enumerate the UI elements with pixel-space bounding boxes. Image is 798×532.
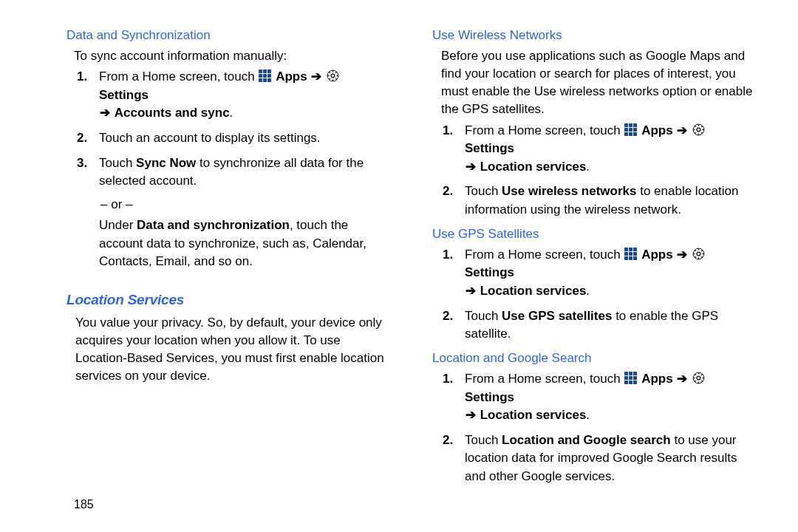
or-separator: – or –: [100, 197, 389, 212]
arrow-icon: ➔: [310, 69, 322, 83]
label-settings: Settings: [99, 88, 149, 102]
step1-text: From a Home screen, touch: [99, 69, 258, 83]
label-accounts-sync: Accounts and sync: [115, 106, 230, 120]
step-1: 1. From a Home screen, touch Apps ➔ Sett…: [443, 122, 755, 177]
settings-gear-icon: [692, 248, 705, 260]
step-1: 1. From a Home screen, touch Apps ➔ Sett…: [443, 370, 755, 425]
wireless-steps: 1. From a Home screen, touch Apps ➔ Sett…: [443, 122, 755, 219]
step-1: 1. From a Home screen, touch Apps ➔ Sett…: [443, 246, 755, 301]
page-number: 185: [74, 498, 94, 511]
step-2: 2. Touch Use wireless networks to enable…: [443, 183, 755, 219]
apps-grid-icon: [624, 372, 637, 384]
settings-gear-icon: [692, 372, 705, 384]
left-column: Data and Synchronization To sync account…: [66, 28, 389, 510]
apps-grid-icon: [624, 123, 637, 136]
manual-page: Data and Synchronization To sync account…: [0, 0, 798, 532]
apps-grid-icon: [259, 69, 271, 82]
settings-gear-icon: [327, 69, 339, 82]
step-2: 2. Touch Use GPS satellites to enable th…: [443, 307, 755, 344]
wireless-intro: Before you use applications such as Goog…: [441, 47, 755, 119]
heading-location-services: Location Services: [66, 292, 389, 308]
arrow-icon: ➔: [676, 248, 688, 262]
arrow-icon: ➔: [465, 408, 477, 422]
right-column: Use Wireless Networks Before you use app…: [432, 28, 755, 510]
step-3: 3. Touch Sync Now to synchronize all dat…: [77, 154, 389, 191]
google-steps: 1. From a Home screen, touch Apps ➔ Sett…: [443, 370, 755, 486]
settings-gear-icon: [692, 123, 705, 136]
heading-data-sync: Data and Synchronization: [66, 28, 389, 43]
heading-use-gps: Use GPS Satellites: [432, 227, 755, 242]
heading-use-wireless: Use Wireless Networks: [432, 28, 755, 43]
arrow-icon: ➔: [676, 123, 688, 137]
gps-steps: 1. From a Home screen, touch Apps ➔ Sett…: [443, 246, 755, 344]
heading-location-google: Location and Google Search: [432, 351, 755, 366]
step-2: 2. Touch Location and Google search to u…: [443, 432, 755, 486]
label-apps: Apps: [276, 69, 307, 83]
intro-sync: To sync account information manually:: [74, 47, 389, 65]
arrow-icon: ➔: [676, 372, 688, 386]
apps-grid-icon: [624, 248, 637, 260]
arrow-icon: ➔: [465, 284, 477, 298]
under-paragraph: Under Data and synchronization, touch th…: [99, 216, 389, 271]
step-2: 2. Touch an account to display its setti…: [77, 129, 389, 148]
location-intro: You value your privacy. So, by default, …: [75, 314, 389, 386]
arrow-icon: ➔: [99, 106, 111, 120]
step-1: 1. From a Home screen, touch Apps ➔ Sett…: [77, 68, 389, 123]
arrow-icon: ➔: [465, 160, 477, 174]
sync-steps: 1. From a Home screen, touch Apps ➔ Sett…: [77, 68, 389, 191]
